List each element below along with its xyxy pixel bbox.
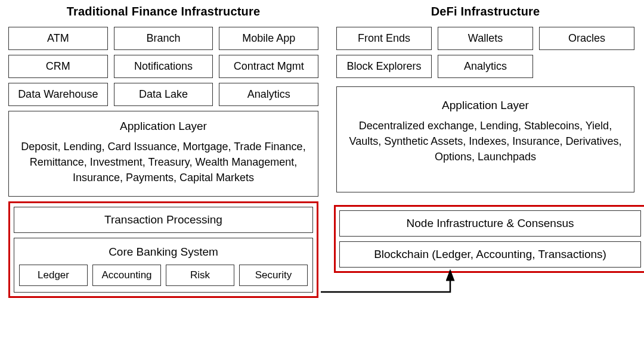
tradfi-app-layer: Application Layer Deposit, Lending, Card… [8,111,318,197]
cell-risk: Risk [166,265,234,286]
defi-app-layer-body: Decentralized exchange, Lending, Stablec… [348,118,623,164]
tradfi-app-layer-body: Deposit, Lending, Card Issuance, Mortgag… [20,139,307,185]
cell-contract-mgmt: Contract Mgmt [219,55,318,78]
tradfi-row-3: Data Warehouse Data Lake Analytics [8,83,318,106]
core-banking-system: Core Banking System Ledger Accounting Ri… [14,238,313,293]
cell-block-explorers: Block Explorers [336,55,432,78]
cell-data-warehouse: Data Warehouse [8,83,108,106]
defi-app-layer-title: Application Layer [348,99,623,112]
cell-oracles: Oracles [539,27,634,50]
tradfi-row-2: CRM Notifications Contract Mgmt [8,55,318,78]
txn-processing: Transaction Processing [14,207,313,233]
defi-app-layer: Application Layer Decentralized exchange… [336,86,634,192]
tradfi-red-frame: Transaction Processing Core Banking Syst… [8,201,318,298]
cell-analytics-right: Analytics [438,55,533,78]
cell-atm: ATM [8,27,108,50]
cell-analytics-left: Analytics [219,83,318,106]
defi-row-2: Block Explorers Analytics [336,55,533,78]
core-banking-items: Ledger Accounting Risk Security [19,265,308,286]
arrow-tradfi-to-defi [316,256,471,334]
cell-data-lake: Data Lake [114,83,213,106]
cell-notifications: Notifications [114,55,213,78]
defi-column: DeFi Infrastructure Front Ends Wallets O… [336,5,634,197]
tradfi-title: Traditional Finance Infrastructure [8,5,318,18]
cell-security: Security [239,265,308,286]
core-banking-title: Core Banking System [19,245,308,259]
cell-accounting: Accounting [92,265,161,286]
cell-branch: Branch [114,27,213,50]
defi-title: DeFi Infrastructure [336,5,634,18]
defi-row-1: Front Ends Wallets Oracles [336,27,634,50]
tradfi-row-1: ATM Branch Mobile App [8,27,318,50]
cell-crm: CRM [8,55,108,78]
cell-front-ends: Front Ends [336,27,432,50]
tradfi-app-layer-title: Application Layer [20,120,307,133]
node-infra-consensus: Node Infrastructure & Consensus [339,210,641,237]
cell-ledger: Ledger [19,265,88,286]
cell-mobile-app: Mobile App [219,27,318,50]
cell-wallets: Wallets [438,27,533,50]
tradfi-column: Traditional Finance Infrastructure ATM B… [8,5,318,298]
